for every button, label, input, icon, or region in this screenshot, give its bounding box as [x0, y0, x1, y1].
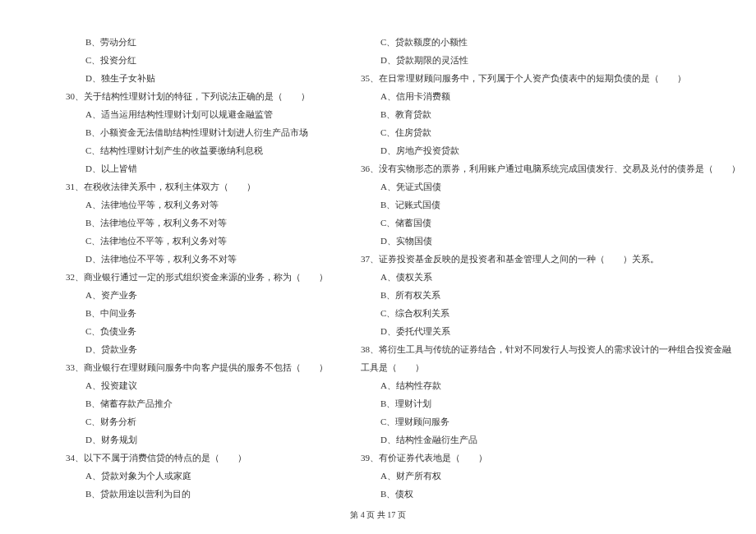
option-line: C、住房贷款 — [361, 123, 740, 141]
option-line: C、负债业务 — [66, 322, 328, 340]
question-line: 38、将衍生工具与传统的证券结合，针对不同发行人与投资人的需求设计的一种组合投资… — [361, 340, 740, 358]
option-line: D、结构性金融衍生产品 — [361, 430, 740, 449]
question-line: 31、在税收法律关系中，权利主体双方（ ） — [66, 177, 328, 196]
option-line: B、中间业务 — [66, 304, 328, 322]
option-line: D、实物国债 — [361, 232, 740, 250]
right-column: C、贷款额度的小额性D、贷款期限的灵活性35、在日常理财顾问服务中，下列属于个人… — [361, 33, 740, 493]
option-line: D、委托代理关系 — [361, 322, 740, 340]
option-line: C、投资分红 — [66, 51, 328, 69]
option-line: D、以上皆错 — [66, 159, 328, 177]
option-line: B、教育贷款 — [361, 105, 740, 123]
option-line: B、所有权关系 — [361, 286, 740, 304]
option-line: C、综合权利关系 — [361, 304, 740, 322]
option-line: D、财务规划 — [66, 430, 328, 449]
option-line: C、理财顾问服务 — [361, 412, 740, 430]
option-line: D、房地产投资贷款 — [361, 141, 740, 159]
question-line: 34、以下不属于消费信贷的特点的是（ ） — [66, 449, 328, 467]
option-line: B、理财计划 — [361, 394, 740, 412]
option-line: D、独生子女补贴 — [66, 69, 328, 87]
option-line: A、财产所有权 — [361, 467, 740, 485]
option-line: A、债权关系 — [361, 268, 740, 286]
question-line: 32、商业银行通过一定的形式组织资金来源的业务，称为（ ） — [66, 268, 328, 286]
option-line: D、贷款业务 — [66, 340, 328, 358]
question-line: 36、没有实物形态的票券，利用账户通过电脑系统完成国债发行、交易及兑付的债券是（… — [361, 159, 740, 177]
option-line: B、劳动分红 — [66, 33, 328, 51]
option-line: B、贷款用途以营利为目的 — [66, 485, 328, 503]
option-line: D、法律地位不平等，权利义务不对等 — [66, 250, 328, 268]
option-line: B、储蓄存款产品推介 — [66, 394, 328, 412]
option-line: C、贷款额度的小额性 — [361, 33, 740, 51]
option-line: D、贷款期限的灵活性 — [361, 51, 740, 69]
option-line: C、结构性理财计划产生的收益要缴纳利息税 — [66, 141, 328, 159]
question-line: 33、商业银行在理财顾问服务中向客户提供的服务不包括（ ） — [66, 358, 328, 376]
option-line: B、债权 — [361, 485, 740, 503]
option-line: A、结构性存款 — [361, 376, 740, 394]
question-line: 30、关于结构性理财计划的特征，下列说法正确的是（ ） — [66, 87, 328, 105]
question-continuation: 工具是（ ） — [361, 358, 740, 376]
option-line: B、记账式国债 — [361, 196, 740, 214]
question-line: 39、有价证券代表地是（ ） — [361, 449, 740, 467]
left-column: B、劳动分红C、投资分红D、独生子女补贴30、关于结构性理财计划的特征，下列说法… — [66, 33, 328, 493]
page-footer: 第 4 页 共 17 页 — [0, 509, 756, 521]
question-line: 37、证券投资基金反映的是投资者和基金管理人之间的一种（ ）关系。 — [361, 250, 740, 268]
question-line: 35、在日常理财顾问服务中，下列属于个人资产负债表中的短期负债的是（ ） — [361, 69, 740, 87]
option-line: A、信用卡消费额 — [361, 87, 740, 105]
option-line: A、凭证式国债 — [361, 177, 740, 196]
content-columns: B、劳动分红C、投资分红D、独生子女补贴30、关于结构性理财计划的特征，下列说法… — [66, 33, 690, 493]
option-line: A、适当运用结构性理财计划可以规避金融监管 — [66, 105, 328, 123]
option-line: B、法律地位平等，权利义务不对等 — [66, 214, 328, 232]
option-line: A、资产业务 — [66, 286, 328, 304]
option-line: A、法律地位平等，权利义务对等 — [66, 196, 328, 214]
option-line: B、小额资金无法借助结构性理财计划进人衍生产品市场 — [66, 123, 328, 141]
option-line: C、法律地位不平等，权利义务对等 — [66, 232, 328, 250]
option-line: C、财务分析 — [66, 412, 328, 430]
option-line: A、投资建议 — [66, 376, 328, 394]
option-line: A、贷款对象为个人或家庭 — [66, 467, 328, 485]
option-line: C、储蓄国债 — [361, 214, 740, 232]
